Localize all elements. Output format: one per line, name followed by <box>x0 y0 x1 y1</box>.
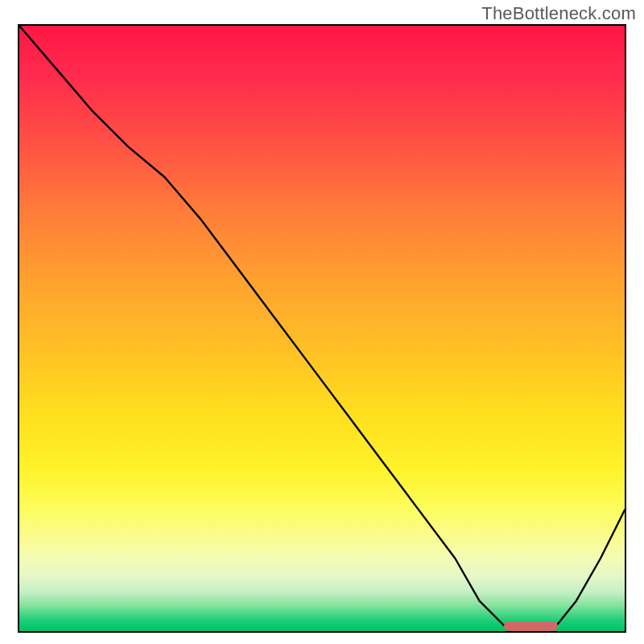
bottleneck-curve <box>19 26 625 631</box>
plot-area <box>18 24 626 633</box>
chart-container: TheBottleneck.com <box>0 0 644 644</box>
watermark-text: TheBottleneck.com <box>481 3 636 24</box>
optimal-range-marker <box>504 621 559 631</box>
